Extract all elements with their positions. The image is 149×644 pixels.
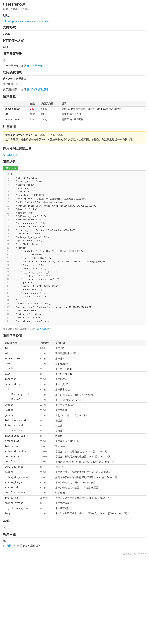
api-tool-link[interactable]: API调试工具: [3, 153, 18, 156]
fields-row: domainstring用户的个性化域名: [3, 402, 146, 408]
fields-row: bi_followers_countint用户的互粉数: [3, 506, 146, 511]
code-line: 24 "id": 11142489795,: [5, 254, 45, 256]
note-item: 接口升级后，对未授权未命中的uid，将无法获取敏感个人属性（认证原因、粉丝数、关…: [5, 138, 144, 142]
other-heading: 其他: [3, 519, 146, 524]
code-line: 15 "statuses_count": 2905,: [5, 222, 46, 224]
fields-row: idint64用户UID: [3, 346, 146, 351]
code-line: 16 "favourites_count": 0,: [5, 226, 45, 228]
code-line: 9 "url": "http://blog.sina.com.cn/zaku",: [5, 201, 66, 204]
json-code-block: 1{ 2 "id": 1404376560, 3 "screen_name": …: [3, 170, 146, 325]
fields-row: remarkstring用户备注信息，只有在查询用户关系时才返回此字段: [3, 470, 146, 475]
auth-value: 是: [3, 58, 146, 62]
auth-note: 关于登录授权，参见 如何登录授权: [3, 64, 146, 68]
result-note: 关于返回结果的错误提示，参见 错误代码说明: [3, 327, 146, 331]
code-line: 27 "favorited": false,: [5, 264, 46, 266]
params-col-desc: 说明: [60, 101, 146, 106]
code-line: 26 "source": "<a href='http://weibo.com'…: [5, 260, 108, 263]
fields-table: 返回值字段 字段类型 字段说明 idint64用户UIDidstrstring字…: [3, 340, 146, 516]
code-line: 43 "bi_followers_count": 215: [5, 320, 49, 322]
fields-row: online_statusint用户的在线状态: [3, 500, 146, 506]
json-tab[interactable]: JSON示例: [3, 166, 18, 170]
fields-row: profile_image_urlstring用户头像地址（中图），50×50像…: [3, 392, 146, 397]
code-line: 39 "avatar_large": "http://tp1.sinaimg.c…: [5, 306, 94, 308]
code-line: 7 "location": "北京 朝阳区",: [5, 194, 48, 197]
code-line: 4 "name": "zaku",: [5, 184, 36, 186]
page-title: users/show: [3, 2, 146, 6]
params-row: screen_namefalsestring需要查询的用户昵称。: [3, 117, 146, 122]
fields-row: provinceint用户所在省级ID: [3, 366, 146, 372]
fields-row: avatar_largestring用户头像地址（大图），180×180像素: [3, 480, 146, 485]
related-link[interactable]: 微博中心: [6, 544, 17, 547]
fields-row: namestring友好显示名称: [3, 361, 146, 366]
params-row: uidfalseint64需要查询的用户UID。: [3, 112, 146, 117]
fields-row: verified_reasonstring认证原因: [3, 490, 146, 496]
note-item: 参数uid与screen_name二者必选其一，且只能选其一；: [5, 133, 144, 137]
error-code-link[interactable]: 错误代码说明: [37, 328, 51, 330]
related-value: 无: [3, 539, 146, 543]
code-line: 40 "verified_reason": "",: [5, 309, 45, 312]
fields-row: langstring用户当前的语言版本，zh-cn：简体中文，zh-tw：繁体中…: [3, 511, 146, 516]
fields-row: urlstring用户博客地址: [3, 387, 146, 392]
access-note: 关于频次限制，参见 接口访问权限说明: [3, 88, 146, 92]
code-line: 28 "truncated": false,: [5, 267, 46, 270]
params-col-required: 必选: [29, 101, 40, 106]
code-line: 3 "screen_name": "zaku",: [5, 180, 45, 182]
code-line: 38 "allow_all_comment": true,: [5, 302, 50, 305]
fields-row: genderstring性别，m：男、f：女、n：未知: [3, 413, 146, 418]
api-url-link[interactable]: https://api.weibo.com/2/users/show.json: [3, 20, 146, 23]
code-line: 14 "friends_count": 447,: [5, 218, 44, 221]
code-line: 34 "annotations": [],: [5, 288, 45, 291]
fields-heading: 返回字段说明: [3, 334, 146, 339]
http-heading: HTTP请求方式: [3, 39, 146, 44]
fields-row: verifiedboolean是否是微博认证用户，即加V用户，true：是，fa…: [3, 459, 146, 464]
code-line: 17 "created_at": "Fri Aug 28 00:00:00 +0…: [5, 229, 78, 232]
notes-box: 参数uid与screen_name二者必选其一，且只能选其一；接口升级后，对未授…: [3, 131, 146, 144]
code-line: 29 "in_reply_to_status_id": "",: [5, 271, 58, 274]
fields-row: friends_countint关注数: [3, 423, 146, 428]
fields-row: statuses_countint微博数: [3, 428, 146, 434]
code-line: 35 "reposts_count": 5,: [5, 292, 46, 294]
params-heading: 请求参数: [3, 94, 146, 100]
code-line: 25 "text": "我的机器行了。",: [5, 257, 51, 260]
example-heading: 调用样例及调试工具: [3, 146, 146, 152]
params-row: access_tokentruestring采用OAuth授权方式为必填参数，O…: [3, 106, 146, 112]
fields-row: follow_meboolean该用户是否关注当前登录用户，true：是，fal…: [3, 496, 146, 500]
code-line: 19 "allow_all_act_msg": false,: [5, 236, 52, 238]
fields-row: screen_namestring用户昵称: [3, 356, 146, 361]
related-heading: 相关问题: [3, 532, 146, 538]
access-level: 访问级别：普通接口: [3, 77, 146, 81]
http-method: GET: [3, 45, 146, 49]
fields-row: idstrstring字符串型的用户UID: [3, 351, 146, 356]
fields-row: weihaostring用户的微号: [3, 408, 146, 413]
fields-col-name: 返回值字段: [3, 340, 38, 346]
url-heading: URL: [3, 14, 146, 18]
notes-heading: 注意事项: [3, 125, 146, 130]
code-line: 8 "description": "人生五斗米，万般情如痴 我生我死觉，也让我爱…: [5, 198, 91, 200]
fields-row: descriptionstring用户个人描述: [3, 382, 146, 387]
fields-row: geo_enabledboolean是否允许标识用户的地理位置，true：是，f…: [3, 454, 146, 459]
other-value: 无: [3, 526, 146, 530]
auth-note-link[interactable]: 如何登录授权: [27, 64, 43, 67]
related-note: 到 微博中心 查看更多问题和回答: [3, 544, 146, 548]
format-value: JSON: [3, 32, 146, 36]
code-line: 37 },: [5, 299, 19, 302]
fields-row: favourites_countint收藏数: [3, 434, 146, 438]
code-line: 31 "in_reply_to_screen_name": "",: [5, 278, 61, 280]
code-line: 32 "geo": null,: [5, 282, 37, 284]
code-line: 21 "verified": false,: [5, 243, 40, 246]
fields-row: followers_countint粉丝数: [3, 418, 146, 423]
code-line: 33 "mid": "5610221544200749636",: [5, 285, 60, 288]
fields-row: followingboolean暂未支持: [3, 444, 146, 449]
footer-text: 文档更新时间: 2015-5-3: [3, 552, 146, 556]
code-line: 10 "profile_image_url": "http://tp1.sina…: [5, 204, 99, 207]
params-table: 必选 类型及范围 说明 access_tokentruestring采用OAut…: [3, 101, 146, 122]
access-note-link[interactable]: 接口访问权限说明: [27, 88, 48, 91]
code-line: 22 "status": {: [5, 246, 31, 249]
code-line: 23 "created_at": "Tue May 24 18:04:53 +0…: [5, 250, 83, 252]
access-frequency: 频次限制：是: [3, 82, 146, 86]
code-line: 6 "city": "5",: [5, 190, 32, 193]
code-line: 18 "following": false,: [5, 232, 41, 235]
fields-row: allow_all_act_msgboolean是否允许所有人给我发私信，tru…: [3, 449, 146, 454]
access-heading: 访问授权限制: [3, 70, 146, 76]
code-line: 30 "in_reply_to_user_id": "",: [5, 274, 56, 277]
